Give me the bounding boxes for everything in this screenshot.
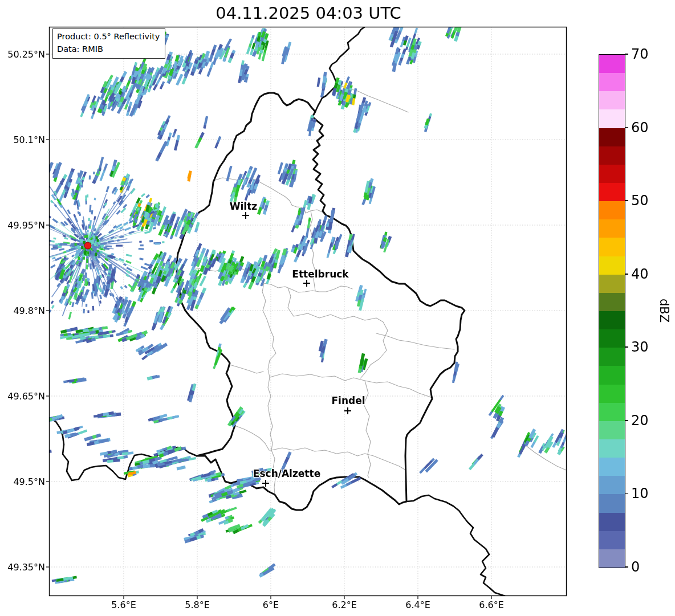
- radar-site-marker: [84, 242, 92, 250]
- colorbar-band: [599, 311, 625, 329]
- colorbar-tick-label: 30: [631, 339, 649, 355]
- y-tick-label: 49.35°N: [0, 562, 45, 573]
- x-tick-label: 6.2°E: [332, 599, 357, 610]
- city-label: Esch/Alzette: [253, 468, 320, 479]
- x-tick-label: 5.6°E: [111, 599, 136, 610]
- colorbar-tick: [625, 493, 628, 495]
- colorbar-tick: [625, 566, 628, 568]
- colorbar-tick: [625, 127, 628, 128]
- colorbar-band: [599, 329, 625, 348]
- colorbar-band: [599, 531, 625, 549]
- colorbar-band: [599, 403, 625, 421]
- product-info-line: Product: 0.5° Reflectivity: [57, 31, 160, 43]
- colorbar-band: [599, 219, 625, 238]
- colorbar-tick: [625, 346, 628, 348]
- colorbar-band: [599, 146, 625, 165]
- colorbar-tick-label: 50: [631, 193, 649, 209]
- colorbar-tick: [625, 200, 628, 201]
- x-tick-label: 6.6°E: [479, 599, 504, 610]
- colorbar-band: [599, 385, 625, 403]
- colorbar-band: [599, 91, 625, 109]
- y-tick-label: 50.25°N: [0, 49, 45, 60]
- colorbar-tick: [625, 54, 628, 55]
- colorbar-tick-label: 0: [631, 559, 640, 575]
- colorbar-gradient: [599, 54, 625, 568]
- y-tick-label: 50.1°N: [0, 134, 45, 145]
- colorbar-band: [599, 238, 625, 256]
- colorbar-band: [599, 458, 625, 476]
- city-label: Wiltz: [230, 201, 257, 212]
- colorbar-band: [599, 293, 625, 311]
- colorbar-tick: [625, 274, 628, 275]
- colorbar-band: [599, 421, 625, 439]
- city-label: Ettelbruck: [292, 268, 348, 280]
- colorbar-tick: [625, 420, 628, 421]
- city-plus-marker: [262, 480, 269, 487]
- figure-title: 04.11.2025 04:03 UTC: [215, 3, 401, 23]
- colorbar-band: [599, 348, 625, 366]
- colorbar-band: [599, 439, 625, 458]
- x-tick-label: 5.8°E: [185, 599, 210, 610]
- product-info-box: Product: 0.5° Reflectivity Data: RMIB: [52, 28, 165, 59]
- y-tick-label: 49.8°N: [0, 305, 45, 316]
- colorbar-tick-label: 60: [631, 120, 649, 136]
- city-plus-marker: [344, 407, 351, 414]
- colorbar-band: [599, 275, 625, 293]
- colorbar-unit-label: dBZ: [657, 299, 671, 323]
- colorbar-band: [599, 165, 625, 183]
- colorbar-tick-label: 20: [631, 413, 649, 429]
- x-tick-label: 6°E: [263, 599, 279, 610]
- colorbar-tick-label: 40: [631, 266, 649, 282]
- colorbar-band: [599, 476, 625, 494]
- x-tick-label: 6.4°E: [405, 599, 430, 610]
- city-plus-marker: [303, 280, 310, 287]
- data-source-line: Data: RMIB: [57, 43, 160, 56]
- y-tick-label: 49.5°N: [0, 476, 45, 487]
- colorbar-band: [599, 128, 625, 146]
- city-label: Findel: [331, 395, 365, 406]
- colorbar-band: [599, 201, 625, 219]
- y-tick-label: 49.95°N: [0, 220, 45, 231]
- colorbar-band: [599, 183, 625, 201]
- colorbar-band: [599, 366, 625, 384]
- colorbar-band: [599, 256, 625, 275]
- colorbar-tick-label: 10: [631, 486, 649, 501]
- colorbar-band: [599, 55, 625, 73]
- colorbar-band: [599, 549, 625, 568]
- colorbar-band: [599, 494, 625, 512]
- city-plus-marker: [242, 212, 249, 219]
- colorbar-band: [599, 513, 625, 531]
- colorbar-band: [599, 73, 625, 91]
- colorbar-tick-label: 70: [631, 46, 649, 62]
- radar-map-canvas: [0, 0, 675, 616]
- radar-figure: 04.11.2025 04:03 UTC Product: 0.5° Refle…: [0, 0, 675, 616]
- y-tick-label: 49.65°N: [0, 391, 45, 402]
- colorbar-band: [599, 109, 625, 128]
